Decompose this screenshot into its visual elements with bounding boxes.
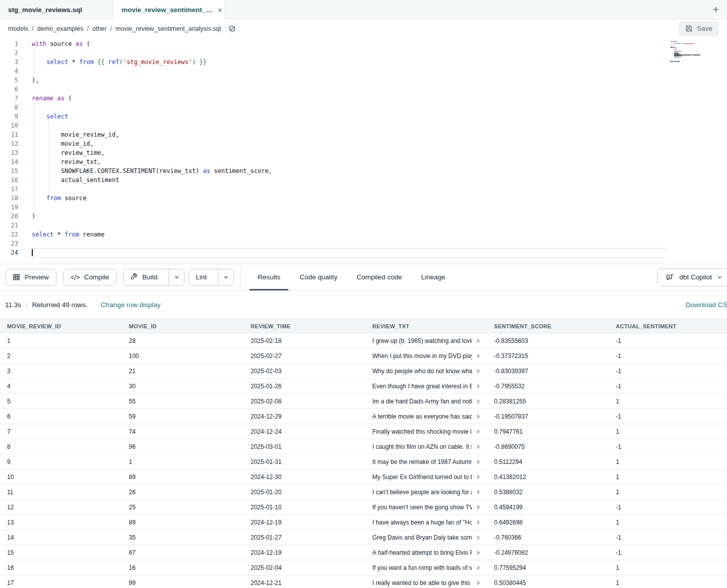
- editor-minimap[interactable]: [671, 41, 706, 64]
- toolbar-divider: [240, 264, 240, 290]
- cell-value: -1: [616, 443, 622, 450]
- cell-value: 2025-03-01: [251, 443, 281, 450]
- line-number: 20: [0, 212, 18, 221]
- column-header: REVIEW_TXT: [366, 323, 488, 329]
- table-cell: I have always been a huge fan of "Hom…: [366, 519, 488, 526]
- cell-value: 2024-12-19: [251, 549, 281, 556]
- table-cell: -1: [609, 443, 727, 450]
- expand-row-icon[interactable]: [475, 565, 481, 571]
- expand-row-icon[interactable]: [475, 535, 481, 541]
- download-csv-link[interactable]: Download CSV: [686, 301, 727, 309]
- table-cell: 89: [122, 474, 244, 481]
- expand-row-icon[interactable]: [475, 368, 481, 374]
- cell-value: 0.4594199: [494, 504, 523, 511]
- file-tab-movie-review-sentiment[interactable]: movie_review_sentiment_… ×: [112, 0, 225, 19]
- cell-value: 1: [7, 337, 11, 344]
- cell-value: 0.7947761: [494, 428, 523, 435]
- expand-row-icon[interactable]: [475, 580, 481, 586]
- table-cell: 1: [609, 458, 727, 465]
- cell-value: 2025-02-18: [251, 337, 281, 344]
- column-header: MOVIE_REVIEW_ID: [0, 323, 122, 329]
- result-tab-results[interactable]: Results: [257, 264, 281, 290]
- table-cell: 0.4594199: [487, 504, 609, 511]
- table-cell: 0.7947761: [487, 428, 609, 435]
- table-cell: I can't believe people are looking for a…: [366, 489, 488, 496]
- cell-value: 8: [7, 443, 11, 450]
- cell-value: 0.5388032: [494, 489, 523, 496]
- expand-row-icon[interactable]: [475, 459, 481, 465]
- cell-value: I caught this film on AZN on cable. It s…: [373, 443, 472, 450]
- build-dropdown-chevron[interactable]: [168, 269, 184, 285]
- build-button-main[interactable]: Build: [124, 269, 164, 285]
- cell-value: 2025-01-27: [251, 534, 281, 541]
- compile-button[interactable]: </> Compile: [63, 269, 116, 286]
- expand-row-icon[interactable]: [475, 398, 481, 404]
- copilot-compass-icon[interactable]: [226, 22, 238, 35]
- cell-value: I really wanted to be able to give this …: [373, 579, 472, 586]
- table-cell: 13: [0, 519, 122, 526]
- code-line: select * from {{ ref('stg_movie_reviews'…: [32, 57, 687, 67]
- expand-row-icon[interactable]: [475, 519, 481, 525]
- file-tab-label: stg_movie_reviews.sql: [8, 6, 82, 14]
- result-tab-lineage[interactable]: Lineage: [420, 264, 446, 290]
- expand-row-icon[interactable]: [475, 338, 481, 344]
- expand-row-icon[interactable]: [475, 504, 481, 510]
- line-number: 8: [0, 103, 18, 112]
- expand-row-icon[interactable]: [475, 489, 481, 495]
- lint-dropdown-chevron[interactable]: [218, 269, 233, 285]
- table-cell: Finally watched this shocking movie la…: [366, 428, 488, 435]
- breadcrumb-row: models / demo_examples / other / movie_r…: [0, 19, 727, 38]
- breadcrumb-segment: models: [8, 25, 28, 32]
- cell-value: 0.41382012: [494, 474, 526, 481]
- cell-value: 28: [129, 337, 136, 344]
- code-line: movie_review_id,: [32, 130, 687, 139]
- result-tab-code-quality[interactable]: Code quality: [298, 264, 338, 290]
- table-cell: Why do people who do not know what…: [366, 368, 488, 375]
- cell-value: 1: [616, 489, 620, 496]
- table-cell: 35: [122, 534, 244, 541]
- line-number: 19: [0, 203, 18, 212]
- line-number: 14: [0, 157, 18, 166]
- table-cell: Im a die hard Dads Army fan and nothi…: [366, 398, 488, 405]
- expand-row-icon[interactable]: [475, 429, 481, 435]
- dbt-copilot-button[interactable]: dbt Copilot: [657, 268, 727, 286]
- expand-row-icon[interactable]: [475, 353, 481, 359]
- cell-value: 89: [129, 519, 136, 526]
- cell-value: 2025-01-26: [251, 383, 281, 390]
- expand-row-icon[interactable]: [475, 383, 481, 389]
- cell-value: 15: [7, 549, 14, 556]
- cell-value: 2025-02-03: [251, 368, 281, 375]
- column-header: ACTUAL_SENTIMENT: [609, 323, 727, 329]
- table-cell: Even though I have great interest in Bi…: [366, 383, 488, 390]
- cell-value: -0.7955532: [494, 383, 525, 390]
- editor-code[interactable]: with source as ( select * from {{ ref('s…: [32, 39, 687, 257]
- table-cell: 3: [0, 368, 122, 375]
- save-button[interactable]: Save: [679, 21, 719, 36]
- new-tab-button[interactable]: +: [705, 0, 727, 19]
- table-cell: 0.5112294: [487, 458, 609, 465]
- result-tab-compiled-code[interactable]: Compiled code: [355, 264, 403, 290]
- compile-button-label: Compile: [84, 273, 109, 281]
- expand-row-icon[interactable]: [475, 550, 481, 556]
- preview-button-label: Preview: [25, 273, 49, 281]
- cell-value: -1: [616, 383, 622, 390]
- table-cell: A terrible movie as everyone has said. …: [366, 413, 488, 420]
- table-cell: 100: [122, 352, 244, 360]
- table-row: 10892024-12-30My Super Ex Girlfriend tur…: [0, 469, 727, 485]
- close-tab-icon[interactable]: ×: [218, 6, 222, 14]
- code-line: with source as (: [32, 39, 687, 48]
- chat-sparkle-icon: [665, 273, 674, 281]
- preview-button[interactable]: Preview: [5, 269, 56, 286]
- table-cell: 96: [122, 443, 244, 450]
- file-tab-stg-movie-reviews[interactable]: stg_movie_reviews.sql: [0, 0, 112, 19]
- cell-value: 0.28381255: [494, 398, 526, 405]
- change-row-display-link[interactable]: Change row display: [101, 301, 161, 309]
- cell-value: 2025-02-27: [251, 352, 281, 360]
- expand-row-icon[interactable]: [475, 414, 481, 420]
- expand-row-icon[interactable]: [475, 474, 481, 480]
- table-cell: 2025-01-31: [244, 458, 366, 465]
- cell-value: 2024-12-19: [251, 519, 281, 526]
- expand-row-icon[interactable]: [475, 444, 481, 450]
- lint-button-main[interactable]: Lint: [189, 269, 213, 285]
- code-line: SNOWFLAKE.CORTEX.SENTIMENT(review_txt) a…: [32, 166, 687, 175]
